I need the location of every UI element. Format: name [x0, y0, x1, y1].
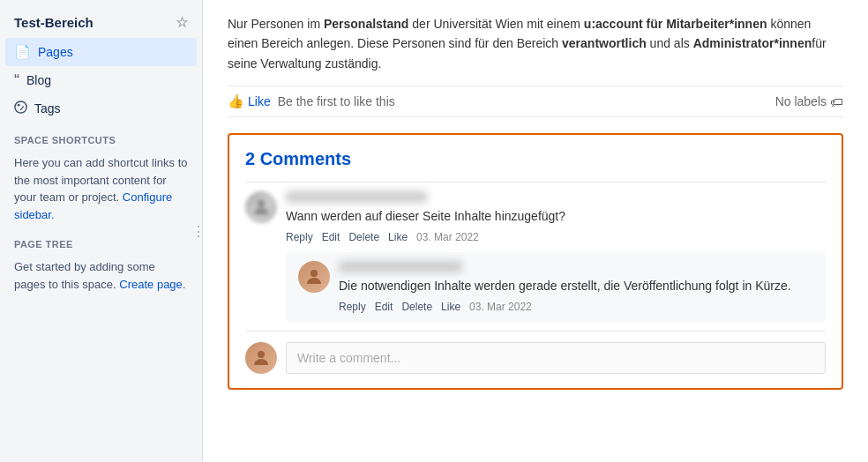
sidebar: Test-Bereich ☆ 📄 Pages “ Blog Tags SPACE…: [0, 0, 203, 462]
avatar-comment-1: [245, 191, 277, 223]
comment-1-1-date: 03. Mar 2022: [469, 301, 532, 313]
star-icon[interactable]: ☆: [176, 14, 188, 31]
svg-point-2: [258, 200, 265, 207]
create-page-link[interactable]: Create page: [119, 278, 183, 291]
shortcuts-description: Here you can add shortcut links to the m…: [0, 151, 202, 227]
thumb-up-icon: 👍: [228, 93, 244, 109]
tags-icon: [14, 101, 27, 116]
comment-1-1-body: Die notwendigen Inhalte werden gerade er…: [339, 261, 813, 313]
blog-icon: “: [14, 72, 19, 88]
first-to-like-text: Be the first to like this: [278, 94, 395, 108]
sidebar-item-tags[interactable]: Tags: [0, 94, 202, 123]
comment-1-1-author: [339, 261, 462, 272]
sidebar-item-blog-label: Blog: [26, 73, 51, 87]
svg-point-0: [15, 101, 26, 113]
comment-1-author: [286, 191, 427, 203]
write-comment-input[interactable]: Write a comment...: [286, 342, 826, 374]
comment-1-1-reply[interactable]: Reply: [339, 301, 366, 313]
page-tree-section-title: PAGE TREE: [0, 227, 202, 255]
no-labels-area: No labels 🏷: [775, 94, 843, 109]
comment-1-1-text: Die notwendigen Inhalte werden gerade er…: [339, 277, 813, 295]
comment-1-1-actions: Reply Edit Delete Like 03. Mar 2022: [339, 301, 813, 313]
like-bar: 👍 Like Be the first to like this No labe…: [228, 86, 843, 117]
svg-point-3: [311, 270, 318, 277]
write-comment-area: Write a comment...: [245, 331, 826, 377]
comment-1-1-delete[interactable]: Delete: [401, 301, 432, 313]
comment-1-reply[interactable]: Reply: [286, 231, 313, 243]
comments-title: 2 Comments: [245, 149, 826, 169]
shortcuts-section-title: SPACE SHORTCUTS: [0, 123, 202, 151]
comment-1-like[interactable]: Like: [388, 231, 408, 243]
comment-1-date: 03. Mar 2022: [416, 231, 479, 243]
sidebar-space-name: Test-Bereich: [14, 15, 94, 30]
sidebar-item-pages[interactable]: 📄 Pages: [5, 38, 197, 66]
sidebar-item-blog[interactable]: “ Blog: [0, 66, 202, 94]
comment-1-edit[interactable]: Edit: [322, 231, 340, 243]
pages-icon: 📄: [14, 44, 31, 60]
comments-section: 2 Comments Wann werden auf dieser Seite …: [228, 133, 843, 390]
main-content: Nur Personen im Personalstand der Univer…: [203, 0, 868, 462]
intro-paragraph: Nur Personen im Personalstand der Univer…: [228, 14, 843, 73]
comment-1-1-like[interactable]: Like: [441, 301, 460, 313]
like-bar-left: 👍 Like Be the first to like this: [228, 93, 395, 109]
no-labels-text: No labels: [775, 94, 827, 108]
like-button[interactable]: 👍 Like: [228, 93, 271, 109]
comment-1-body: Wann werden auf dieser Seite Inhalte hin…: [286, 191, 826, 322]
comment-1-delete[interactable]: Delete: [348, 231, 379, 243]
comment-1-1: Die notwendigen Inhalte werden gerade er…: [286, 252, 826, 322]
sidebar-item-tags-label: Tags: [34, 101, 61, 116]
like-button-label: Like: [248, 94, 271, 108]
sidebar-resizer[interactable]: ⋮: [195, 213, 202, 249]
comment-1: Wann werden auf dieser Seite Inhalte hin…: [245, 182, 826, 331]
avatar-current-user: [245, 342, 277, 374]
sidebar-title: Test-Bereich ☆: [0, 11, 202, 38]
sidebar-item-pages-label: Pages: [38, 45, 73, 59]
label-icon: 🏷: [830, 94, 843, 109]
avatar-comment-1-1: [298, 261, 330, 293]
page-tree-description: Get started by adding some pages to this…: [0, 255, 202, 296]
comment-1-actions: Reply Edit Delete Like 03. Mar 2022: [286, 231, 826, 243]
comment-1-text: Wann werden auf dieser Seite Inhalte hin…: [286, 207, 826, 226]
svg-point-1: [18, 104, 20, 107]
svg-point-4: [258, 351, 265, 358]
comment-1-1-edit[interactable]: Edit: [375, 301, 393, 313]
write-comment-placeholder: Write a comment...: [297, 351, 400, 365]
